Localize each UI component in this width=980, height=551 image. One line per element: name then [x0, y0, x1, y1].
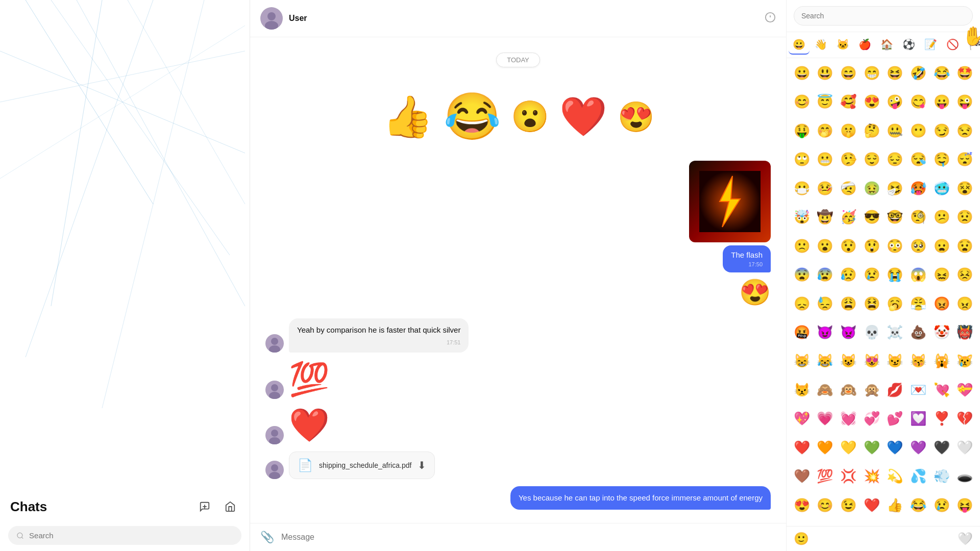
- emoji-cell-30[interactable]: 🤤: [930, 148, 953, 176]
- emoji-cell-25[interactable]: 😬: [814, 148, 837, 176]
- emoji-cell-39[interactable]: 😵: [953, 178, 976, 205]
- emoji-cell-88[interactable]: 😾: [791, 379, 813, 407]
- emoji-cell-22[interactable]: 😏: [930, 120, 953, 147]
- emoji-cell-60[interactable]: 😭: [884, 264, 906, 291]
- emoji-cell-105[interactable]: 🧡: [814, 437, 837, 464]
- emoji-cell-81[interactable]: 😹: [814, 350, 837, 378]
- emoji-cell-75[interactable]: 💀: [861, 321, 883, 349]
- emoji-cell-35[interactable]: 🤢: [861, 178, 883, 205]
- emoji-cell-62[interactable]: 😖: [930, 264, 953, 291]
- emoji-cell-127[interactable]: 😝: [953, 494, 976, 522]
- emoji-cell-100[interactable]: 💕: [884, 408, 906, 435]
- emoji-category-5[interactable]: ⚽: [898, 35, 919, 55]
- emoji-cell-1[interactable]: 😃: [814, 62, 837, 90]
- emoji-cell-6[interactable]: 😂: [930, 62, 953, 90]
- emoji-cell-118[interactable]: 💨: [930, 465, 953, 493]
- emoji-cell-119[interactable]: 🕳️: [953, 465, 976, 493]
- emoji-cell-28[interactable]: 😔: [884, 148, 906, 176]
- home-button[interactable]: [221, 497, 239, 516]
- emoji-cell-73[interactable]: 😈: [814, 321, 837, 349]
- emoji-cell-56[interactable]: 😨: [791, 264, 813, 291]
- emoji-cell-18[interactable]: 🤫: [837, 120, 860, 147]
- emoji-cell-90[interactable]: 🙉: [837, 379, 860, 407]
- emoji-cell-94[interactable]: 💘: [930, 379, 953, 407]
- emoji-cell-102[interactable]: ❣️: [930, 408, 953, 435]
- emoji-cell-44[interactable]: 🤓: [884, 206, 906, 234]
- emoji-cell-108[interactable]: 💙: [884, 437, 906, 464]
- emoji-cell-34[interactable]: 🤕: [837, 178, 860, 205]
- emoji-cell-84[interactable]: 😼: [884, 350, 906, 378]
- emoji-cell-32[interactable]: 😷: [791, 178, 813, 205]
- emoji-category-2[interactable]: 🐱: [832, 35, 853, 55]
- attachment-icon[interactable]: 📎: [260, 531, 274, 544]
- smiley-icon[interactable]: 🙂: [794, 532, 809, 546]
- emoji-cell-125[interactable]: 😂: [907, 494, 929, 522]
- emoji-cell-55[interactable]: 😧: [953, 235, 976, 263]
- emoji-cell-13[interactable]: 😋: [907, 91, 929, 118]
- emoji-cell-99[interactable]: 💞: [861, 408, 883, 435]
- emoji-cell-58[interactable]: 😥: [837, 264, 860, 291]
- emoji-cell-21[interactable]: 😶: [907, 120, 929, 147]
- emoji-cell-43[interactable]: 😎: [861, 206, 883, 234]
- emoji-cell-85[interactable]: 😽: [907, 350, 929, 378]
- heart-icon[interactable]: 🤍: [958, 532, 973, 546]
- emoji-cell-4[interactable]: 😆: [884, 62, 906, 90]
- emoji-cell-124[interactable]: 👍: [884, 494, 906, 522]
- emoji-cell-111[interactable]: 🤍: [953, 437, 976, 464]
- emoji-cell-103[interactable]: 💔: [953, 408, 976, 435]
- emoji-cell-72[interactable]: 🤬: [791, 321, 813, 349]
- emoji-cell-104[interactable]: ❤️: [791, 437, 813, 464]
- emoji-cell-112[interactable]: 🤎: [791, 465, 813, 493]
- emoji-cell-77[interactable]: 💩: [907, 321, 929, 349]
- emoji-cell-29[interactable]: 😪: [907, 148, 929, 176]
- emoji-cell-76[interactable]: ☠️: [884, 321, 906, 349]
- emoji-cell-33[interactable]: 🤒: [814, 178, 837, 205]
- emoji-cell-0[interactable]: 😀: [791, 62, 813, 90]
- emoji-cell-123[interactable]: ❤️: [861, 494, 883, 522]
- emoji-cell-38[interactable]: 🥶: [930, 178, 953, 205]
- emoji-cell-82[interactable]: 😺: [837, 350, 860, 378]
- emoji-cell-2[interactable]: 😄: [837, 62, 860, 90]
- info-button[interactable]: [765, 12, 776, 26]
- emoji-cell-5[interactable]: 🤣: [907, 62, 929, 90]
- emoji-cell-54[interactable]: 😦: [930, 235, 953, 263]
- emoji-cell-52[interactable]: 😳: [884, 235, 906, 263]
- emoji-category-7[interactable]: 🚫: [942, 35, 963, 55]
- search-input[interactable]: [29, 531, 233, 540]
- emoji-cell-89[interactable]: 🙈: [814, 379, 837, 407]
- emoji-cell-49[interactable]: 😮: [814, 235, 837, 263]
- emoji-cell-47[interactable]: 😟: [953, 206, 976, 234]
- emoji-cell-120[interactable]: 😍: [791, 494, 813, 522]
- emoji-cell-11[interactable]: 😍: [861, 91, 883, 118]
- emoji-category-3[interactable]: 🍎: [854, 35, 875, 55]
- emoji-cell-95[interactable]: 💝: [953, 379, 976, 407]
- emoji-cell-110[interactable]: 🖤: [930, 437, 953, 464]
- emoji-cell-51[interactable]: 😲: [861, 235, 883, 263]
- emoji-cell-67[interactable]: 😫: [861, 293, 883, 320]
- emoji-cell-19[interactable]: 🤔: [861, 120, 883, 147]
- emoji-cell-57[interactable]: 😰: [814, 264, 837, 291]
- emoji-cell-15[interactable]: 😜: [953, 91, 976, 118]
- emoji-cell-50[interactable]: 😯: [837, 235, 860, 263]
- emoji-cell-40[interactable]: 🤯: [791, 206, 813, 234]
- emoji-cell-78[interactable]: 🤡: [930, 321, 953, 349]
- emoji-cell-109[interactable]: 💜: [907, 437, 929, 464]
- emoji-cell-92[interactable]: 💋: [884, 379, 906, 407]
- emoji-category-1[interactable]: 👋: [811, 35, 831, 55]
- emoji-cell-12[interactable]: 🤪: [884, 91, 906, 118]
- file-attachment[interactable]: 📄 shipping_schedule_africa.pdf ⬇: [289, 452, 435, 479]
- emoji-cell-121[interactable]: 😊: [814, 494, 837, 522]
- emoji-cell-24[interactable]: 🙄: [791, 148, 813, 176]
- emoji-cell-91[interactable]: 🙊: [861, 379, 883, 407]
- emoji-cell-7[interactable]: 🤩: [953, 62, 976, 90]
- emoji-cell-101[interactable]: 💟: [907, 408, 929, 435]
- emoji-cell-31[interactable]: 😴: [953, 148, 976, 176]
- emoji-cell-63[interactable]: 😣: [953, 264, 976, 291]
- emoji-cell-70[interactable]: 😡: [930, 293, 953, 320]
- emoji-cell-74[interactable]: 👿: [837, 321, 860, 349]
- emoji-cell-45[interactable]: 🧐: [907, 206, 929, 234]
- emoji-cell-16[interactable]: 🤑: [791, 120, 813, 147]
- emoji-cell-9[interactable]: 😇: [814, 91, 837, 118]
- emoji-cell-68[interactable]: 🥱: [884, 293, 906, 320]
- message-input[interactable]: [281, 533, 776, 542]
